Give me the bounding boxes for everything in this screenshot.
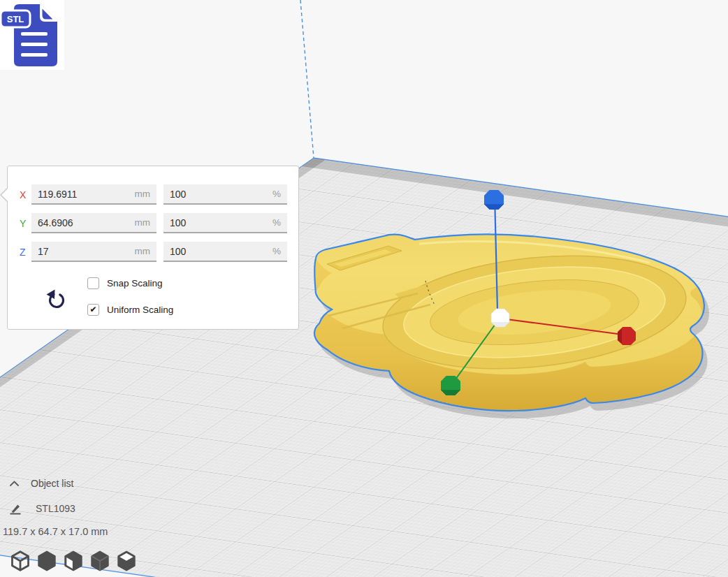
front-view-icon <box>37 550 57 571</box>
camera-view-toolbar <box>10 549 137 573</box>
z-scale-handle[interactable] <box>484 190 504 210</box>
x-mm-field[interactable]: mm <box>31 184 156 205</box>
object-list-label: Object list <box>31 478 73 489</box>
center-scale-handle[interactable] <box>491 309 509 327</box>
z-percent-unit: % <box>272 246 281 256</box>
object-name: STL1093 <box>36 503 75 514</box>
y-scale-handle[interactable] <box>441 376 460 395</box>
x-percent-unit: % <box>272 189 281 199</box>
stl-file-icon[interactable]: STL <box>0 0 64 70</box>
object-list-toggle[interactable]: Object list <box>9 478 73 489</box>
z-mm-unit: mm <box>135 246 151 256</box>
z-mm-field[interactable]: mm <box>31 242 156 262</box>
left-side-view-icon <box>90 550 110 571</box>
panel-notch <box>0 187 8 203</box>
view-left-button[interactable] <box>89 549 110 573</box>
view-front-button[interactable] <box>36 549 57 573</box>
build-volume-vertical-edge <box>300 0 314 158</box>
x-percent-input[interactable] <box>170 189 268 200</box>
scale-row-z: Z mm % <box>20 242 298 262</box>
y-axis-label: Y <box>20 218 31 229</box>
z-percent-input[interactable] <box>170 246 268 257</box>
view-top-button[interactable] <box>63 549 84 573</box>
x-mm-input[interactable] <box>38 189 131 200</box>
z-percent-field[interactable]: % <box>163 242 287 262</box>
3d-view-icon <box>10 550 30 571</box>
chevron-up-icon <box>9 480 20 487</box>
snap-scaling-label: Snap Scaling <box>107 278 163 288</box>
uniform-scaling-row: ✔ Uniform Scaling <box>87 303 173 316</box>
y-mm-field[interactable]: mm <box>31 213 156 233</box>
scale-tool-panel: X mm % Y mm % <box>7 166 299 330</box>
pencil-icon <box>9 502 22 515</box>
uniform-check-glyph: ✔ <box>89 305 96 314</box>
uniform-scaling-label: Uniform Scaling <box>107 305 173 315</box>
scale-row-x: X mm % <box>20 184 298 205</box>
y-percent-field[interactable]: % <box>163 213 287 233</box>
right-side-view-icon <box>117 550 136 571</box>
x-axis-label: X <box>20 189 31 200</box>
y-percent-unit: % <box>272 217 281 228</box>
viewport: STL X mm % Y mm <box>0 0 728 577</box>
object-dimensions: 119.7 x 64.7 x 17.0 mm <box>3 526 108 537</box>
reset-icon <box>47 290 64 307</box>
reset-scale-button[interactable] <box>44 288 68 310</box>
y-mm-unit: mm <box>135 217 151 228</box>
stl-badge: STL <box>1 10 30 27</box>
snap-scaling-row: Snap Scaling <box>87 277 163 289</box>
scale-row-y: Y mm % <box>20 213 298 233</box>
snap-scaling-checkbox[interactable] <box>87 277 99 289</box>
x-mm-unit: mm <box>135 189 151 199</box>
x-scale-handle[interactable] <box>618 327 636 345</box>
x-percent-field[interactable]: % <box>163 184 287 205</box>
z-mm-input[interactable] <box>38 246 131 257</box>
stl-badge-label: STL <box>7 14 24 24</box>
z-axis-label: Z <box>20 247 31 258</box>
top-view-icon <box>64 550 83 571</box>
view-right-button[interactable] <box>116 549 137 573</box>
object-list-item[interactable]: STL1093 <box>9 502 75 515</box>
view-3d-button[interactable] <box>10 549 31 573</box>
y-percent-input[interactable] <box>170 217 268 228</box>
y-mm-input[interactable] <box>38 217 131 228</box>
uniform-scaling-checkbox[interactable]: ✔ <box>87 304 99 316</box>
